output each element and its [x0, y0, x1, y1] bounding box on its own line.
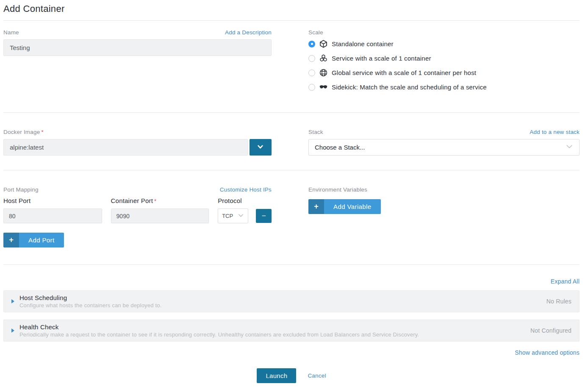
name-field-group: Name Add a Description [3, 29, 272, 97]
accordion-description: Periodically make a request to the conta… [19, 331, 520, 338]
mask-icon [319, 83, 328, 92]
chevron-down-icon [257, 143, 264, 152]
image-dropdown-button[interactable] [250, 139, 272, 156]
launch-button[interactable]: Launch [257, 368, 296, 383]
port-row: Host Port Container Port* Protocol TCP [3, 197, 272, 223]
accordion-title: Health Check [19, 323, 520, 331]
container-port-input[interactable] [111, 209, 209, 223]
add-variable-label: Add Variable [324, 199, 381, 214]
radio-selected[interactable] [308, 41, 315, 47]
host-port-input[interactable] [3, 209, 102, 223]
required-marker: * [41, 129, 43, 135]
triangle-right-icon [11, 328, 14, 333]
add-new-stack-link[interactable]: Add to a new stack [530, 129, 580, 135]
protocol-select-value: TCP [222, 213, 233, 219]
form-actions: Launch Cancel [3, 368, 580, 383]
scale-option-label: Sidekick: Match the scale and scheduling… [332, 83, 487, 91]
required-marker: * [154, 198, 156, 204]
protocol-label: Protocol [218, 197, 248, 204]
chevron-down-icon [238, 212, 244, 220]
scale-field-group: Scale Standalone container [308, 29, 580, 97]
container-port-label: Container Port* [111, 197, 209, 204]
host-port-label: Host Port [3, 197, 102, 204]
accordion-description: Configure what hosts the containers can … [19, 302, 536, 309]
scale-option-label: Global service with a scale of 1 contain… [332, 69, 476, 76]
accordion-health-check[interactable]: Health Check Periodically make a request… [3, 320, 580, 342]
add-variable-button[interactable]: + Add Variable [308, 199, 381, 214]
plus-icon: + [3, 233, 19, 247]
add-port-label: Add Port [19, 233, 64, 247]
chevron-down-icon [566, 143, 573, 152]
radio-unselected[interactable] [308, 70, 315, 76]
customize-host-ips-link[interactable]: Customize Host IPs [220, 186, 272, 193]
stack-label: Stack [308, 129, 323, 135]
section-ports-env: Port Mapping Customize Host IPs Host Por… [3, 170, 580, 264]
scale-option-sidekick[interactable]: Sidekick: Match the scale and scheduling… [308, 83, 580, 92]
remove-port-button[interactable]: − [256, 209, 272, 223]
port-mapping-group: Port Mapping Customize Host IPs Host Por… [3, 186, 272, 247]
docker-image-input[interactable] [3, 139, 248, 156]
radio-unselected[interactable] [308, 84, 315, 91]
service-icon [319, 54, 328, 63]
add-container-form: Add Container Name Add a Description Sca… [0, 0, 588, 383]
stack-select-value: Choose a Stack... [315, 144, 365, 151]
section-name-scale: Name Add a Description Scale Standalone … [3, 21, 580, 112]
docker-image-label: Docker Image* [3, 129, 44, 135]
plus-icon: + [308, 199, 324, 214]
accordion-status: Not Configured [530, 327, 571, 334]
add-description-link[interactable]: Add a Description [225, 29, 272, 36]
docker-image-group: Docker Image* [3, 129, 272, 156]
scale-option-label: Standalone container [332, 40, 394, 47]
scale-option-label: Service with a scale of 1 container [332, 55, 431, 62]
accordion-status: No Rules [546, 298, 571, 305]
stack-select[interactable]: Choose a Stack... [308, 139, 580, 156]
show-advanced-options-link[interactable]: Show advanced options [515, 349, 580, 356]
page-title: Add Container [3, 0, 580, 20]
globe-icon [319, 68, 328, 77]
cancel-button[interactable]: Cancel [308, 373, 326, 379]
triangle-right-icon [11, 299, 14, 303]
accordion-host-scheduling[interactable]: Host Scheduling Configure what hosts the… [3, 290, 580, 312]
port-mapping-label: Port Mapping [3, 186, 39, 193]
expand-all-link[interactable]: Expand All [551, 278, 580, 285]
scale-label: Scale [308, 29, 323, 36]
accordion-title: Host Scheduling [19, 294, 536, 301]
scale-option-global[interactable]: Global service with a scale of 1 contain… [308, 68, 580, 77]
protocol-select[interactable]: TCP [218, 209, 248, 223]
section-image-stack: Docker Image* Stack Add to a new stack C… [3, 113, 580, 170]
name-input[interactable] [3, 39, 272, 56]
radio-unselected[interactable] [308, 55, 315, 62]
scale-option-service[interactable]: Service with a scale of 1 container [308, 54, 580, 63]
name-label: Name [3, 29, 19, 36]
cube-icon [319, 39, 328, 48]
stack-group: Stack Add to a new stack Choose a Stack.… [308, 129, 580, 156]
scale-option-standalone[interactable]: Standalone container [308, 39, 580, 48]
add-port-button[interactable]: + Add Port [3, 233, 64, 247]
environment-group: Environment Variables + Add Variable [308, 186, 580, 247]
minus-icon: − [262, 212, 266, 220]
environment-variables-label: Environment Variables [308, 186, 367, 193]
section-advanced: Expand All Host Scheduling Configure wha… [3, 265, 580, 356]
